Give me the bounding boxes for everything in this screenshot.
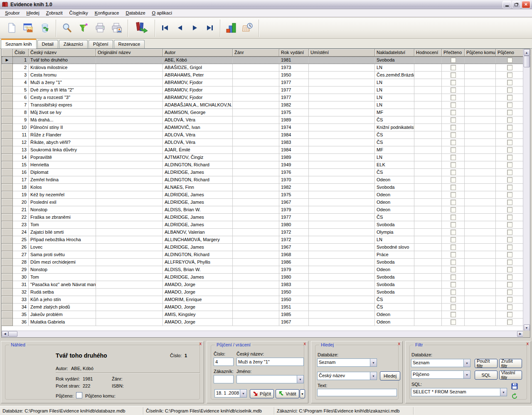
filtr-field-combo[interactable]: Půjčeno ▼ xyxy=(411,371,470,379)
save-filter-button[interactable] xyxy=(511,383,518,390)
table-row[interactable]: 15HenriettaALDINGTON, Richard1949ELK xyxy=(2,161,524,169)
chevron-down-icon[interactable]: ▼ xyxy=(463,359,470,367)
precteno-checkbox[interactable] xyxy=(451,259,456,265)
table-row[interactable]: 5Dvě zimy a tři léta "2"ABRAMOV, Fjodor1… xyxy=(2,86,524,94)
search-button[interactable] xyxy=(59,20,75,37)
row-selector[interactable] xyxy=(2,251,13,259)
table-row[interactable]: 4Muži a ženy "1"ABRAMOV, Fjodor1977LN xyxy=(2,79,524,86)
loan-date-picker[interactable]: 18. 1 .2008 ▼ xyxy=(214,389,247,398)
scroll-down-icon[interactable]: ▼ xyxy=(524,324,530,331)
row-selector[interactable] xyxy=(2,116,13,124)
calendar-history-button[interactable] xyxy=(239,20,256,37)
zrusit-filtr-button[interactable]: Zrušit filtr xyxy=(499,359,522,368)
pujceno-checkbox[interactable] xyxy=(507,162,512,168)
pujceno-checkbox[interactable] xyxy=(507,185,512,190)
row-selector[interactable]: ▶ xyxy=(2,57,13,64)
hledej-field-combo[interactable]: Český název ▼ xyxy=(317,372,377,380)
pujceno-checkbox[interactable] xyxy=(507,245,512,250)
chevron-down-icon[interactable]: ▼ xyxy=(370,359,377,366)
chevron-down-icon[interactable]: ▼ xyxy=(370,372,377,380)
table-row[interactable]: 17Zemřel hrdinaALDINGTON, Richard1970Ode… xyxy=(2,176,524,184)
precteno-checkbox[interactable] xyxy=(451,245,456,250)
table-row[interactable]: 36Mulatka GabrielaAMADO, Jorge1967Odeon xyxy=(2,319,524,326)
precteno-checkbox[interactable] xyxy=(451,319,456,325)
row-selector[interactable] xyxy=(2,101,13,109)
table-row[interactable]: 28Dům mezi orchidejemiALLFREYOVÁ, Phylli… xyxy=(2,259,524,266)
pujceno-checkbox[interactable] xyxy=(507,222,512,227)
pujceno-checkbox[interactable] xyxy=(507,319,512,325)
chevron-down-icon[interactable]: ▼ xyxy=(240,390,246,397)
menu-item-konfigurace[interactable]: Konfigurace xyxy=(91,10,123,17)
table-row[interactable]: 35Jakeův problémAMIS, Kingsley1985Odeon xyxy=(2,311,524,319)
pujceno-checkbox[interactable] xyxy=(507,87,512,93)
table-row[interactable]: 14PopravištěAJTMATOV, Čingiz1989LN xyxy=(2,154,524,161)
pujceno-checkbox[interactable] xyxy=(507,207,512,212)
precteno-checkbox[interactable] xyxy=(451,117,456,123)
row-selector[interactable] xyxy=(2,274,13,281)
pujceno-checkbox[interactable] xyxy=(507,132,512,138)
row-selector[interactable] xyxy=(2,176,13,184)
row-selector[interactable] xyxy=(2,86,13,94)
row-selector[interactable] xyxy=(2,221,13,229)
vertical-scroll-thumb[interactable] xyxy=(524,56,530,67)
precteno-checkbox[interactable] xyxy=(451,132,456,138)
precteno-checkbox[interactable] xyxy=(451,80,456,85)
print-preview-button[interactable] xyxy=(108,20,125,37)
pujceno-checkbox[interactable] xyxy=(507,80,512,85)
pujceno-checkbox[interactable] xyxy=(507,155,512,160)
row-selector[interactable] xyxy=(2,191,13,199)
new-record-button[interactable] xyxy=(3,20,20,37)
scroll-up-icon[interactable]: ▲ xyxy=(524,49,530,56)
chevron-down-icon[interactable]: ▼ xyxy=(297,375,303,383)
precteno-checkbox[interactable] xyxy=(451,222,456,227)
table-row[interactable]: 18KolosALNAES, Finn1982Svoboda xyxy=(2,184,524,191)
column-header-nakladatelstvi[interactable]: Nakladatelství xyxy=(375,49,414,57)
table-row[interactable]: 34Země zlatých plodůAMADO, Jorge1951ČS xyxy=(2,304,524,311)
statistics-button[interactable] xyxy=(223,20,239,37)
menu-item-ciselniky[interactable]: Číselníky xyxy=(66,10,91,17)
table-row[interactable]: 32Rudá setbaAMADO, Jorge1950Svoboda xyxy=(2,289,524,296)
table-row[interactable]: 23TomALDRIDGE, James1980Svoboda xyxy=(2,221,524,229)
hledej-databaze-combo[interactable]: Seznam ▼ xyxy=(317,358,377,367)
precteno-checkbox[interactable] xyxy=(451,177,456,183)
precteno-checkbox[interactable] xyxy=(451,162,456,168)
table-row[interactable]: 6Cesty a rozcestí "3"ABRAMOV, Fjodor1977… xyxy=(2,94,524,101)
loan-return-button[interactable] xyxy=(131,20,152,37)
column-header-cislo[interactable]: Číslo xyxy=(13,49,29,57)
precteno-checkbox[interactable] xyxy=(451,87,456,93)
pujceno-checkbox[interactable] xyxy=(507,57,512,63)
pujceno-checkbox[interactable] xyxy=(507,110,512,115)
precteno-checkbox[interactable] xyxy=(451,185,456,190)
menu-item-o-aplikaci[interactable]: O aplikaci xyxy=(149,10,175,17)
pujceni-cislo-input[interactable] xyxy=(214,358,234,366)
table-row[interactable]: 11Růže z FlanderADLOVÁ, Věra1984ČS xyxy=(2,131,524,139)
precteno-checkbox[interactable] xyxy=(451,289,456,295)
tab-rezervace[interactable]: Rezervace xyxy=(114,40,145,48)
precteno-checkbox[interactable] xyxy=(451,215,456,220)
table-row[interactable]: 33Kůň a jeho stínAMORIM, Enrique1950ČS xyxy=(2,296,524,304)
table-row[interactable]: 29NonstopALDISS, Brian W.1979Odeon xyxy=(2,266,524,274)
table-row[interactable]: 20Poslední exilALDRIDGE, James1967Odeon xyxy=(2,199,524,206)
row-selector[interactable] xyxy=(2,311,13,319)
row-selector[interactable] xyxy=(2,229,13,236)
table-row[interactable]: 22Fraška se zbraněmiALDRIDGE, James1977Č… xyxy=(2,214,524,221)
row-selector[interactable] xyxy=(2,244,13,251)
table-row[interactable]: 13Soukromá linka důvěryAJAR, Émilé1984MF xyxy=(2,146,524,154)
pujceno-checkbox[interactable] xyxy=(507,259,512,265)
menu-item-databaze[interactable]: Databáze xyxy=(122,10,148,17)
precteno-checkbox[interactable] xyxy=(451,252,456,257)
pujceno-checkbox[interactable] xyxy=(507,65,512,70)
refresh-filter-button[interactable] xyxy=(511,393,518,400)
preview-pujceno-checkbox[interactable] xyxy=(76,392,82,398)
pouzit-filtr-button[interactable]: Použít filtr xyxy=(475,359,498,368)
table-row[interactable]: 30TomALDRIDGE, James1980Svoboda xyxy=(2,274,524,281)
pujceno-checkbox[interactable] xyxy=(507,147,512,153)
precteno-checkbox[interactable] xyxy=(451,140,456,145)
row-selector[interactable] xyxy=(2,319,13,326)
pujceno-checkbox[interactable] xyxy=(507,267,512,272)
precteno-checkbox[interactable] xyxy=(451,207,456,212)
column-header-autor[interactable]: Autor xyxy=(163,49,233,57)
precteno-checkbox[interactable] xyxy=(451,110,456,115)
vratit-button[interactable]: Vrátit xyxy=(276,389,299,398)
pujceni-jmeno-combo[interactable]: ▼ xyxy=(236,375,304,383)
